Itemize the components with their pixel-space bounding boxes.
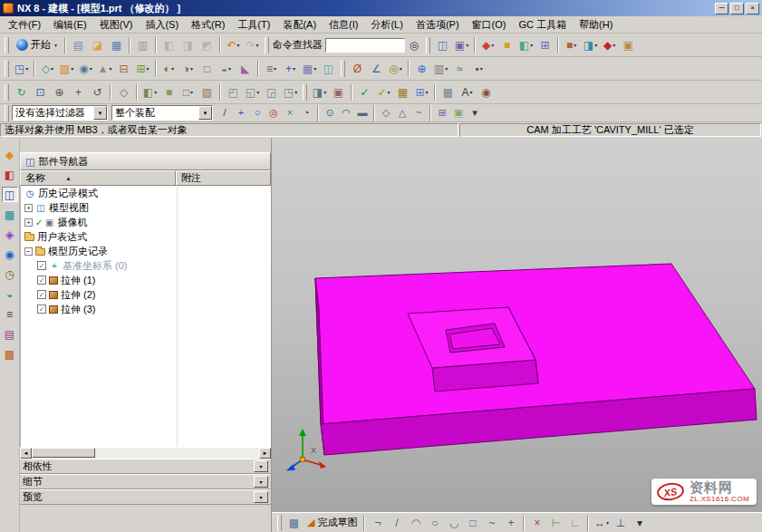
toolbar-lasso-button[interactable]: ~: [410, 105, 427, 121]
toolbar-snap-end-button[interactable]: +: [233, 105, 249, 121]
toolbar-layer-settings-button[interactable]: ▥▾: [431, 59, 450, 79]
toolbar-grip[interactable]: [426, 37, 430, 53]
toolbar-rotate-view-button[interactable]: ↺: [88, 82, 107, 102]
toolbar-quick-trim-button[interactable]: ×: [527, 513, 546, 532]
toolbar-display-analysis-button[interactable]: ◎▾: [386, 59, 405, 79]
toolbar-thread-button[interactable]: ≡▾: [262, 59, 281, 79]
command-finder-input[interactable]: [325, 38, 405, 53]
toolbar-measure-button[interactable]: Ø: [348, 59, 367, 79]
column-header-name[interactable]: 名称 ▲: [20, 170, 176, 186]
tree-row[interactable]: 用户表达式: [21, 229, 271, 244]
history-palette-button[interactable]: ◷: [2, 266, 18, 282]
toolbar-point-button[interactable]: +: [501, 513, 520, 532]
section-preview[interactable]: 预览▾: [20, 489, 271, 505]
menu-analysis[interactable]: 分析(L): [364, 16, 409, 34]
toolbar-more-tools-button[interactable]: ▪▾: [469, 59, 488, 79]
section-details[interactable]: 细节▾: [20, 474, 271, 489]
toolbar-shaded-with-edges-button[interactable]: ◧▾: [140, 82, 159, 102]
toolbar-front-view-button[interactable]: ◰: [224, 82, 243, 102]
tree-row[interactable]: ✓拉伸 (3): [21, 302, 271, 316]
toolbar-render-style-button[interactable]: ◧▾: [516, 35, 535, 55]
toolbar-save-button[interactable]: ▦: [107, 35, 126, 55]
toolbar-profile-button[interactable]: ¬: [368, 513, 387, 532]
toolbar-select-face-button[interactable]: △: [394, 105, 410, 121]
toolbar-annotation-button[interactable]: A▾: [458, 82, 477, 102]
toolbar-top-view-button[interactable]: ◱▾: [243, 82, 262, 102]
tree-row[interactable]: +◫模型视图: [21, 200, 271, 215]
chevron-down-icon[interactable]: ▼: [93, 106, 107, 120]
toolbar-paste-button[interactable]: ◩: [198, 35, 217, 55]
checkbox-icon[interactable]: ✓: [37, 261, 46, 270]
toolbar-snap-center-button[interactable]: ◎: [265, 105, 282, 121]
toolbar-grip[interactable]: [5, 105, 9, 121]
toolbar-subtract-button[interactable]: ◑▾: [178, 59, 198, 79]
toolbar-move-face-button[interactable]: +▾: [281, 59, 300, 79]
toolbar-snap-tangent-button[interactable]: ◠: [338, 105, 354, 121]
tree-row[interactable]: ◷历史记录模式: [21, 186, 271, 200]
menu-window[interactable]: 窗口(O): [466, 16, 513, 34]
toolbar-gc-tool-a-button[interactable]: ▦: [393, 82, 412, 102]
toolbar-make-corner-button[interactable]: ∟: [565, 513, 584, 532]
toolbar-material-display-button[interactable]: ◉: [477, 82, 496, 102]
toolbar-edge-blend-button[interactable]: ◒▾: [217, 59, 236, 79]
toolbar-boss-button[interactable]: ▲▾: [95, 59, 114, 79]
toolbar-shell-button[interactable]: □: [198, 59, 217, 79]
toolbar-chamfer-button[interactable]: ◣: [236, 59, 255, 79]
toolbar-snap-point-button[interactable]: /: [217, 105, 233, 121]
maximize-button[interactable]: □: [730, 3, 744, 15]
toolbar-rectangle-button[interactable]: □: [463, 513, 482, 532]
graphics-window[interactable]: X XS 资料网 ZL.XS1616.COM: [272, 138, 762, 512]
toolbar-wireframe-button[interactable]: □▾: [178, 82, 198, 102]
toolbar-extrude-button[interactable]: ▧▾: [57, 59, 76, 79]
toolbar-grip[interactable]: [265, 37, 269, 53]
menu-tools[interactable]: 工具(T): [231, 16, 276, 34]
toolbar-snap-face-button[interactable]: ▬: [354, 105, 371, 121]
horizontal-scrollbar[interactable]: ◄ ►: [20, 447, 271, 459]
toolbar-iso-view-button[interactable]: ◲: [262, 82, 281, 102]
toolbar-inferred-dimension-button[interactable]: ↔▾: [592, 513, 611, 532]
menu-insert[interactable]: 插入(S): [139, 16, 185, 34]
reuse-library-button[interactable]: ▦: [2, 207, 18, 222]
menu-assemblies[interactable]: 装配(A): [276, 16, 323, 34]
toolbar-check-mate-button[interactable]: ✓▾: [374, 82, 393, 102]
tree-row[interactable]: ✓拉伸 (1): [21, 273, 271, 287]
web-browser-button[interactable]: ◉: [2, 247, 18, 262]
toolbar-print-button[interactable]: ▥: [133, 35, 152, 55]
toolbar-sketch-env-button[interactable]: ▩: [285, 513, 304, 532]
palettes-button[interactable]: ▩: [2, 346, 18, 362]
chevron-down-icon[interactable]: ▼: [198, 106, 212, 120]
menu-edit[interactable]: 编辑(E): [47, 16, 93, 34]
toolbar-touch-mode-button[interactable]: ◫: [433, 35, 452, 55]
section-dependencies[interactable]: 相依性▾: [20, 459, 271, 474]
chevron-down-icon[interactable]: ▾: [254, 460, 268, 472]
column-header-note[interactable]: 附注: [176, 170, 271, 186]
toolbar-examine-geometry-button[interactable]: ✓: [355, 82, 374, 102]
checkbox-icon[interactable]: ✓: [37, 276, 46, 285]
toolbar-snap-mid-button[interactable]: ○: [249, 105, 265, 121]
toolbar-snap-view-button[interactable]: ■: [497, 35, 516, 55]
system-materials-button[interactable]: ◒: [2, 286, 18, 302]
scrollbar-track[interactable]: [32, 448, 259, 459]
toolbar-grip[interactable]: [341, 61, 345, 77]
toolbar-quick-extend-button[interactable]: ⊢: [546, 513, 565, 532]
toolbar-open-button[interactable]: ◪: [88, 35, 107, 55]
sort-ascending-icon[interactable]: ▲: [65, 175, 72, 181]
scrollbar-thumb[interactable]: [32, 448, 95, 458]
toolbar-circle-button[interactable]: ○: [425, 513, 444, 532]
toolbar-pocket-button[interactable]: ⊟: [114, 59, 133, 79]
expand-icon[interactable]: +: [24, 218, 33, 227]
toolbar-snap-options-button[interactable]: ▾: [467, 105, 483, 121]
checkbox-icon[interactable]: ✓: [37, 305, 46, 314]
toolbar-unite-button[interactable]: ◐▾: [159, 59, 178, 79]
toolbar-wcs-button[interactable]: ⊕: [412, 59, 431, 79]
toolbar-part-display-button[interactable]: ◨▾: [581, 35, 600, 55]
toolbar-grip[interactable]: [5, 84, 9, 101]
menu-gc-toolbox[interactable]: GC 工具箱: [512, 16, 573, 34]
toolbar-tools-extra-button[interactable]: ▣: [619, 35, 638, 55]
toolbar-snap-on-curve-button[interactable]: ⊙: [322, 105, 338, 121]
toolbar-hole-button[interactable]: ◉▾: [76, 59, 95, 79]
toolbar-constraints-menu-button[interactable]: ▾: [630, 513, 649, 532]
toolbar-fillet-button[interactable]: ◡: [444, 513, 463, 532]
toolbar-mirror-button[interactable]: ◫: [319, 59, 338, 79]
toolbar-wcs-toggle-button[interactable]: ◆▾: [600, 35, 619, 55]
